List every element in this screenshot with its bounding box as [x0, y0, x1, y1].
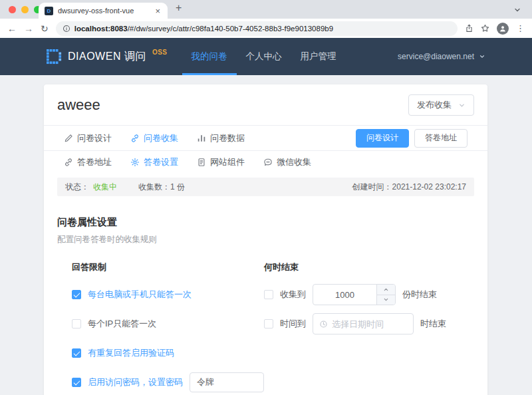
tab-site-widget[interactable]: 网站组件 — [197, 156, 245, 168]
bookmark-star-icon[interactable] — [481, 24, 489, 33]
diaowen-logo-icon — [47, 49, 62, 65]
site-favicon: D — [45, 7, 53, 15]
status-badge: 收集中 — [93, 182, 117, 193]
survey-title: aweee — [57, 96, 100, 114]
end-time-value-input[interactable] — [332, 319, 407, 329]
document-icon — [197, 158, 206, 167]
clock-icon — [319, 320, 328, 329]
device-once-checkbox[interactable] — [72, 290, 81, 299]
link-icon — [64, 158, 73, 167]
account-email: service@diaowen.net — [398, 52, 474, 61]
tab-label: 答卷地址 — [77, 156, 112, 168]
tab-label: 答卷设置 — [144, 156, 178, 168]
end-time-datetime-picker[interactable] — [313, 313, 414, 334]
browser-menu-icon[interactable]: ⋮ — [516, 23, 525, 33]
browser-tab[interactable]: D dwsurvey-oss-front-vue × — [39, 3, 168, 19]
device-once-label[interactable]: 每台电脑或手机只能答一次 — [88, 289, 192, 301]
answer-limit-heading: 回答限制 — [72, 261, 264, 273]
header-nav: 我的问卷 个人中心 用户管理 — [182, 38, 346, 75]
chevron-down-icon — [479, 53, 485, 60]
tab-answer-url[interactable]: 答卷地址 — [64, 156, 112, 168]
end-count-number-input — [313, 284, 396, 305]
limit-row-password: 启用访问密码，设置密码 — [72, 372, 264, 393]
end-by-time-checkbox[interactable] — [264, 319, 273, 329]
limit-row-captcha: 有重复回答启用验证码 — [72, 342, 264, 364]
address-bar[interactable]: localhost:8083/#/dw/survey/c/attr/c98fa1… — [56, 21, 458, 36]
tab-survey-data[interactable]: 问卷数据 — [197, 132, 245, 144]
collect-count-value: 1 份 — [170, 182, 185, 193]
minimize-window-button[interactable] — [21, 6, 29, 13]
end-by-count-label[interactable]: 收集到 — [280, 289, 306, 301]
forward-icon[interactable]: → — [24, 24, 33, 33]
nav-item-user-management[interactable]: 用户管理 — [291, 38, 346, 75]
end-by-time-label[interactable]: 时间到 — [280, 318, 306, 330]
site-info-icon[interactable] — [63, 25, 70, 33]
page-background: aweee 发布收集 问卷设计 — [0, 75, 532, 395]
tab-actions: 问卷设计 答卷地址 — [356, 129, 467, 148]
attr-section-subtitle: 配置问卷答卷时的收集规则 — [57, 234, 474, 245]
tab-survey-collect[interactable]: 问卷收集 — [130, 132, 178, 144]
tab-strip: D dwsurvey-oss-front-vue × + — [0, 0, 532, 19]
tab-survey-design[interactable]: 问卷设计 — [64, 132, 112, 144]
publish-collect-label: 发布收集 — [417, 99, 452, 111]
access-password-checkbox[interactable] — [72, 378, 81, 387]
tab-answer-settings[interactable]: 答卷设置 — [130, 156, 178, 168]
tab-label: 问卷设计 — [77, 132, 112, 144]
link-icon — [130, 134, 140, 143]
close-window-button[interactable] — [9, 6, 16, 13]
account-menu[interactable]: service@diaowen.net — [398, 52, 485, 61]
publish-collect-select[interactable]: 发布收集 — [408, 94, 474, 116]
ip-once-label[interactable]: 每个IP只能答一次 — [88, 318, 156, 330]
captcha-checkbox[interactable] — [72, 348, 81, 358]
created-time-label: 创建时间： — [352, 182, 392, 193]
tab-label: 微信收集 — [277, 156, 311, 168]
status-bar: 状态： 收集中 收集数： 1 份 创建时间： 2021-12-02 23:02:… — [57, 178, 474, 196]
nav-item-personal-center[interactable]: 个人中心 — [237, 38, 291, 75]
chat-icon — [263, 158, 273, 167]
reload-icon[interactable]: ↻ — [41, 24, 49, 33]
spinner-up-icon[interactable] — [377, 285, 395, 295]
primary-tabs: 问卷设计 问卷收集 问卷数据 问卷设计 答卷地址 — [44, 126, 487, 151]
end-by-count-checkbox[interactable] — [264, 290, 273, 299]
back-icon[interactable]: ← — [7, 24, 17, 33]
end-row-count: 收集到 份时结束 — [264, 284, 487, 305]
edit-icon — [64, 134, 73, 143]
access-password-label[interactable]: 启用访问密码，设置密码 — [88, 376, 183, 388]
secondary-tabs: 答卷地址 答卷设置 网站组件 — [44, 151, 487, 174]
oss-badge: OSS — [152, 49, 168, 56]
answer-url-button[interactable]: 答卷地址 — [414, 129, 467, 148]
design-button[interactable]: 问卷设计 — [356, 129, 409, 148]
attr-section-header: 问卷属性设置 配置问卷答卷时的收集规则 — [44, 196, 487, 245]
window-controls — [9, 6, 41, 13]
new-tab-button[interactable]: + — [176, 2, 182, 14]
end-time-suffix: 时结束 — [420, 318, 446, 330]
brand-name: DIAOWEN 调问 — [68, 50, 146, 64]
end-rules-heading: 何时结束 — [264, 261, 487, 273]
brand[interactable]: DIAOWEN 调问 OSS — [47, 49, 168, 65]
chevron-down-icon — [458, 102, 466, 109]
end-count-suffix: 份时结束 — [402, 289, 437, 301]
tab-wechat-collect[interactable]: 微信收集 — [263, 156, 311, 168]
access-password-input[interactable] — [190, 372, 264, 392]
number-spinner — [376, 285, 395, 305]
captcha-label[interactable]: 有重复回答启用验证码 — [88, 347, 174, 359]
app-header: DIAOWEN 调问 OSS 我的问卷 个人中心 用户管理 service@di… — [0, 38, 532, 75]
gear-icon — [130, 158, 140, 167]
created-time-value: 2021-12-02 23:02:17 — [392, 182, 466, 192]
chart-icon — [197, 134, 206, 143]
attr-form: 回答限制 每台电脑或手机只能答一次 每个IP只能答一次 有重复回答启用验证码 — [44, 245, 487, 395]
card-head: aweee 发布收集 — [44, 84, 487, 126]
spinner-down-icon[interactable] — [377, 295, 395, 305]
tab-search-chevron-icon[interactable] — [513, 5, 521, 17]
ip-once-checkbox[interactable] — [72, 319, 81, 329]
tab-label: 问卷收集 — [144, 132, 178, 144]
share-icon[interactable] — [465, 24, 473, 33]
tab-close-icon[interactable]: × — [154, 7, 162, 15]
tab-label: 网站组件 — [210, 156, 245, 168]
end-row-time: 时间到 时结束 — [264, 313, 487, 334]
profile-avatar[interactable] — [497, 23, 509, 35]
nav-item-my-surveys[interactable]: 我的问卷 — [182, 38, 237, 75]
attr-section-title: 问卷属性设置 — [57, 216, 474, 229]
survey-card: aweee 发布收集 问卷设计 — [44, 84, 487, 395]
screen: D dwsurvey-oss-front-vue × + ← → ↻ local… — [0, 0, 532, 395]
